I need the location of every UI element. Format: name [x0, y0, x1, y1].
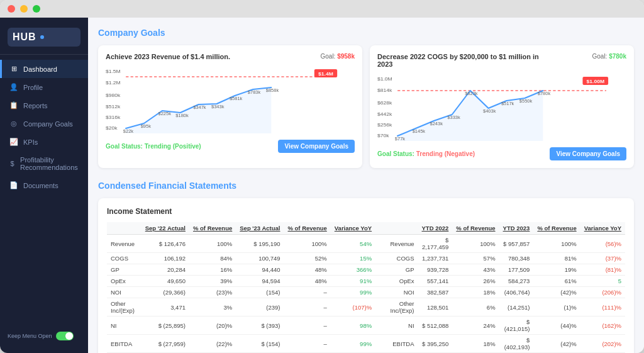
row-s22pct: 39%	[189, 276, 236, 287]
table-header-row: Sep '22 Actual % of Revenue Sep '23 Actu…	[107, 222, 625, 235]
keep-menu-toggle[interactable]	[56, 332, 74, 340]
row-divider	[375, 317, 384, 335]
sidebar-nav: ⊞ Dashboard 👤 Profile 📋 Reports ◎ Compan…	[0, 60, 88, 327]
row-label: COGS	[107, 253, 142, 264]
row-var: 99%	[331, 287, 375, 298]
row-ytd22: 557,141	[418, 276, 453, 287]
sidebar-item-profitability[interactable]: $ Profitability Recommendations	[0, 151, 88, 176]
goal-svg-1: $1.5M $1.2M $980k $512k $316k $20k	[106, 65, 355, 135]
documents-icon: 📄	[9, 181, 18, 189]
svg-text:$512k: $512k	[106, 104, 121, 109]
reports-icon: 📋	[9, 101, 18, 109]
row-ytd23pct: (42)%	[533, 335, 580, 353]
goal-svg-2: $1.0M $814k $628k $442k $256k $70k	[377, 73, 626, 142]
logo-box: HUB	[8, 28, 80, 47]
row-s23pct: –	[284, 317, 330, 335]
svg-text:$22k: $22k	[123, 128, 134, 134]
sidebar-item-reports[interactable]: 📋 Reports	[0, 96, 88, 115]
sidebar-item-label: Documents	[23, 182, 58, 189]
row-ytd22pct: 6%	[452, 298, 499, 317]
title-bar	[0, 0, 644, 18]
row-ytd22: 128,501	[418, 298, 453, 317]
svg-text:$1.00M: $1.00M	[587, 79, 605, 84]
row-ytd22pct: 43%	[452, 264, 499, 276]
sidebar-item-label: Profile	[23, 84, 43, 91]
row-ytd22: $ 512,088	[418, 317, 453, 335]
row-ytd22: 1,237,731	[418, 253, 453, 264]
col-ytd-var: Variance YoY	[580, 222, 625, 235]
row-ytd22: 382,587	[418, 287, 453, 298]
row-s23pct: 48%	[284, 276, 330, 287]
row-s23: 100,749	[236, 253, 284, 264]
row-var: (107)%	[331, 298, 375, 317]
table-row: NI $ (25,895) (20)% $ (393) – 98% NI $ 5…	[107, 317, 625, 335]
sidebar-item-label: KPIs	[23, 138, 38, 146]
goals-grid: Achieve 2023 Revenue of $1.4 million. Go…	[98, 45, 634, 168]
view-goals-btn-1[interactable]: View Company Goals	[278, 140, 355, 153]
row-divider	[375, 298, 384, 317]
minimize-button[interactable]	[20, 5, 28, 13]
sidebar-item-company-goals[interactable]: ◎ Company Goals	[0, 115, 88, 133]
profitability-icon: $	[9, 160, 15, 167]
col-sep23-pct: % of Revenue	[284, 222, 330, 235]
row-label: GP	[107, 264, 142, 276]
row-ytd23: $ (421,015)	[499, 317, 534, 335]
svg-text:$145k: $145k	[413, 128, 426, 134]
row-divider	[375, 335, 384, 353]
row-ytd23: $ 957,857	[499, 235, 534, 253]
row-ytdvar: (202)%	[580, 335, 625, 353]
row-s22: 20,284	[142, 264, 189, 276]
row-ytd23pct: 81%	[533, 253, 580, 264]
row-ytdvar: (206)%	[580, 287, 625, 298]
goals-icon: ◎	[9, 120, 18, 128]
row-s23: 94,440	[236, 264, 284, 276]
view-goals-btn-2[interactable]: View Company Goals	[550, 147, 626, 160]
row-ytd23: 584,273	[499, 276, 534, 287]
table-row: GP 20,284 16% 94,440 48% 366% GP 939,728…	[107, 264, 625, 276]
maximize-button[interactable]	[33, 5, 40, 13]
row-ytd22: $ 395,250	[418, 335, 453, 353]
row-s23pct: 100%	[284, 235, 330, 253]
sidebar-item-documents[interactable]: 📄 Documents	[0, 176, 88, 194]
svg-text:$550k: $550k	[519, 98, 533, 104]
row-ytd23: (14,251)	[499, 298, 534, 317]
row-var: 99%	[331, 335, 375, 353]
row-ytd23pct: 19%	[533, 264, 580, 276]
toggle-knob	[65, 332, 73, 340]
sidebar-item-profile[interactable]: 👤 Profile	[0, 78, 88, 96]
row-divider	[375, 253, 384, 264]
fs-card: Income Statement Sep '22 Actual % of Rev…	[98, 198, 634, 353]
svg-text:$243k: $243k	[430, 121, 443, 126]
goal-card-2: Decrease 2022 COGS by $200,000 to $1 mil…	[370, 45, 634, 168]
row-ytdvar: (37)%	[580, 253, 625, 264]
row-var: 54%	[331, 235, 375, 253]
row-s23: $ 195,190	[236, 235, 284, 253]
row-label: NOI	[107, 287, 142, 298]
goal-value-1: $958k	[337, 53, 355, 60]
svg-text:$403k: $403k	[483, 108, 496, 114]
goal-status-2: Goal Status: Trending (Negative)	[377, 150, 475, 157]
col-divider	[375, 222, 384, 235]
logo-dot	[40, 35, 44, 39]
row-label2: GP	[384, 264, 418, 276]
sidebar-item-dashboard[interactable]: ⊞ Dashboard	[0, 60, 88, 78]
row-s23pct: –	[284, 335, 330, 353]
row-ytd23pct: (44)%	[533, 317, 580, 335]
svg-text:$581k: $581k	[230, 96, 243, 101]
row-s23pct: –	[284, 298, 330, 317]
sidebar-item-kpis[interactable]: 📈 KPIs	[0, 133, 88, 151]
row-s22pct: (20)%	[189, 317, 236, 335]
close-button[interactable]	[8, 5, 15, 13]
row-ytd23pct: 61%	[533, 276, 580, 287]
row-ytd22pct: 26%	[452, 276, 499, 287]
col-ytd23-pct: % of Revenue	[533, 222, 580, 235]
row-s23: 94,594	[236, 276, 284, 287]
row-s22: $ (27,959)	[142, 335, 189, 353]
profile-icon: 👤	[9, 83, 18, 91]
col-var-yoy: Variance YoY	[331, 222, 375, 235]
goal-header-1: Achieve 2023 Revenue of $1.4 million. Go…	[106, 53, 355, 60]
goal-label-1: Goal: $958k	[321, 53, 355, 60]
row-label2: OpEx	[384, 276, 418, 287]
row-divider	[375, 276, 384, 287]
svg-text:$1.0M: $1.0M	[377, 76, 392, 82]
